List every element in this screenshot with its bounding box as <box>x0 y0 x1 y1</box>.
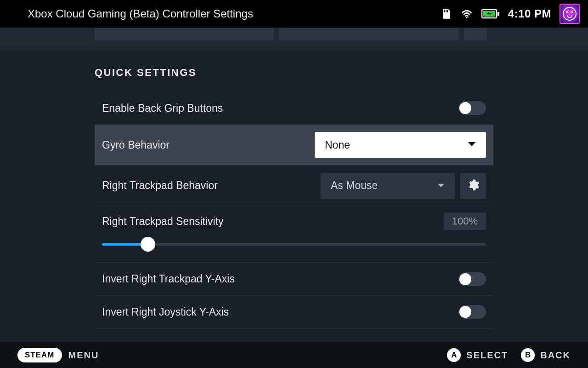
dropdown-right-trackpad-behavior[interactable]: As Mouse <box>321 173 455 199</box>
sensitivity-value: 100% <box>444 213 486 230</box>
dropdown-value: As Mouse <box>331 179 378 192</box>
gear-icon <box>467 178 480 193</box>
toggle-invert-trackpad-y[interactable] <box>458 272 486 286</box>
chevron-down-icon <box>468 141 476 149</box>
svg-rect-5 <box>498 12 499 16</box>
svg-rect-2 <box>447 10 448 12</box>
previous-section-peek <box>0 28 588 53</box>
setting-invert-right-joystick-y[interactable]: Invert Right Joystick Y-Axis <box>95 295 493 328</box>
hint-label: SELECT <box>466 350 508 361</box>
toggle-back-grip[interactable] <box>458 101 486 115</box>
faded-card <box>279 28 458 40</box>
status-bar: 4:10 PM <box>440 4 580 24</box>
b-button-icon: B <box>521 348 535 362</box>
setting-label: Right Trackpad Behavior <box>102 179 218 192</box>
chevron-down-icon <box>437 182 445 190</box>
user-avatar[interactable] <box>560 4 580 24</box>
setting-back-grip[interactable]: Enable Back Grip Buttons <box>95 92 493 125</box>
hint-label: BACK <box>540 350 571 361</box>
bottom-bar: STEAM MENU A SELECT B BACK <box>0 342 588 368</box>
slider-thumb[interactable] <box>141 237 155 252</box>
setting-right-trackpad-sensitivity: Right Trackpad Sensitivity 100% <box>95 206 493 262</box>
dropdown-gyro-behavior[interactable]: None <box>315 132 486 158</box>
sd-card-icon <box>440 8 452 20</box>
wifi-icon <box>460 7 473 20</box>
a-button-icon: A <box>447 348 461 362</box>
menu-hint: MENU <box>68 350 99 361</box>
quick-settings-panel: Quick Settings Enable Back Grip Buttons … <box>0 53 588 340</box>
toggle-invert-joystick-y[interactable] <box>458 305 486 319</box>
setting-label: Gyro Behavior <box>102 139 170 151</box>
svg-rect-0 <box>444 10 445 12</box>
svg-rect-1 <box>446 10 447 12</box>
setting-gyro-behavior[interactable]: Gyro Behavior None <box>95 125 493 165</box>
svg-point-3 <box>466 17 467 18</box>
section-title: Quick Settings <box>95 67 493 79</box>
setting-label: Enable Back Grip Buttons <box>102 102 223 115</box>
steam-button[interactable]: STEAM <box>17 348 62 362</box>
setting-label: Invert Right Trackpad Y-Axis <box>102 273 235 285</box>
hint-select: A SELECT <box>447 348 508 362</box>
setting-invert-right-trackpad-y[interactable]: Invert Right Trackpad Y-Axis <box>95 262 493 295</box>
sensitivity-slider[interactable] <box>102 243 486 246</box>
clock: 4:10 PM <box>508 7 551 20</box>
faded-card <box>95 28 274 40</box>
top-bar: Xbox Cloud Gaming (Beta) Controller Sett… <box>0 0 588 28</box>
setting-label: Right Trackpad Sensitivity <box>102 215 224 228</box>
setting-label: Invert Right Joystick Y-Axis <box>102 306 229 318</box>
page-title: Xbox Cloud Gaming (Beta) Controller Sett… <box>28 7 253 20</box>
trackpad-advanced-button[interactable] <box>460 173 486 199</box>
setting-right-trackpad-behavior[interactable]: Right Trackpad Behavior As Mouse <box>95 165 493 206</box>
faded-card <box>464 28 487 40</box>
battery-icon <box>481 8 500 19</box>
hint-back: B BACK <box>521 348 571 362</box>
dropdown-value: None <box>325 139 350 151</box>
